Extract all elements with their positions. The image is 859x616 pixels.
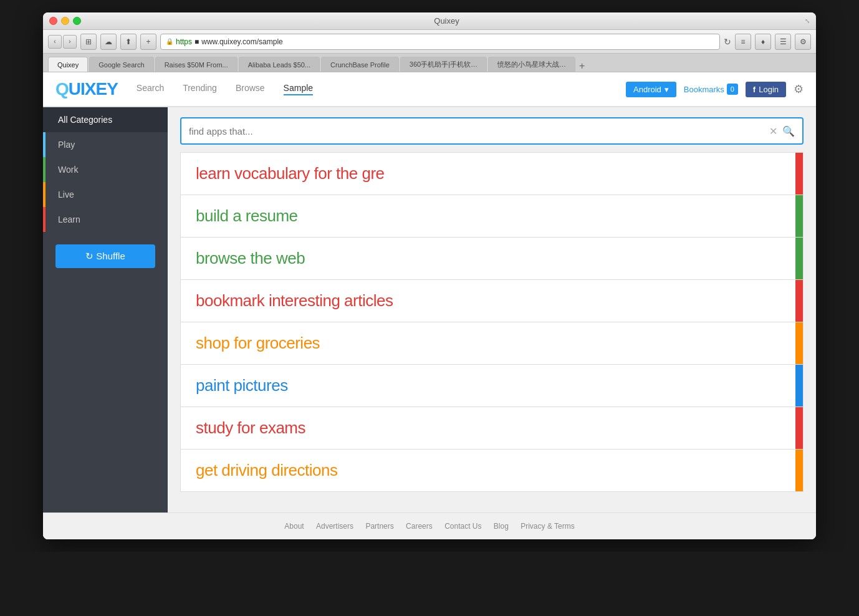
menu-button[interactable]: ☰ [775,34,791,50]
suggestion-text: paint pictures [196,376,288,395]
footer-partners[interactable]: Partners [365,522,393,531]
bookmarks-button[interactable]: Bookmarks 0 [684,84,738,95]
refresh-button[interactable]: ↻ [724,37,731,47]
url-text: www.quixey.com/sample [201,37,283,46]
footer-about[interactable]: About [284,522,304,531]
search-container: ✕ 🔍 [180,117,804,145]
category-bar [795,153,803,195]
bookmarks-count: 0 [727,84,738,95]
suggestion-bookmark-articles[interactable]: bookmark interesting articles [180,280,804,322]
quixey-logo: QUIXEY [55,79,118,99]
nav-sample[interactable]: Sample [284,83,313,95]
resize-icon[interactable]: ⤡ [805,17,810,24]
back-button[interactable]: ‹ [48,35,62,49]
traffic-lights [49,17,81,25]
window-title: Quixey [89,16,805,26]
tab-crunchbase[interactable]: CrunchBase Profile [321,57,399,72]
maximize-button[interactable] [73,17,81,25]
content-area: ✕ 🔍 learn vocabulary for the gre build a… [168,107,816,513]
title-bar: Quixey ⤡ [43,12,816,30]
tab-label: 360手机助手|手机软… [410,60,477,69]
category-bar [795,407,803,449]
footer-contact[interactable]: Contact Us [444,522,481,531]
sidebar-item-live[interactable]: Live [43,182,168,207]
footer-careers[interactable]: Careers [406,522,433,531]
shuffle-label: Shuffle [96,251,125,261]
tab-label: Raises $50M From... [165,61,228,69]
tab-alibaba[interactable]: Alibaba Leads $50... [239,57,320,72]
lock-icon: 🔒 [166,38,173,45]
fb-login-button[interactable]: f Login [746,82,786,97]
suggestion-driving-directions[interactable]: get driving directions [180,450,804,492]
sidebar: All Categories Play Work Live Learn ↻ Sh… [43,107,168,513]
tab-360[interactable]: 360手机助手|手机软… [400,57,487,72]
suggestion-text: bookmark interesting articles [196,291,393,310]
category-bar [795,450,803,491]
reader-button[interactable]: ≡ [735,34,751,50]
search-bar: ✕ 🔍 [180,117,804,145]
address-bar[interactable]: 🔒 https ■ www.quixey.com/sample [160,34,720,50]
suggestion-build-resume[interactable]: build a resume [180,195,804,238]
tab-label: Quixey [57,61,79,69]
sidebar-label: Learn [58,214,80,224]
bookmarks-label: Bookmarks [684,85,724,94]
tab-angry-birds[interactable]: 愤怒的小鸟星球大战… [488,57,575,72]
logo-q: Q [55,79,69,99]
quixey-nav: QUIXEY Search Trending Browse Sample And… [43,72,816,107]
suggestion-learn-vocabulary[interactable]: learn vocabulary for the gre [180,152,804,195]
nav-browse[interactable]: Browse [236,83,265,95]
tab-quixey[interactable]: Quixey [48,57,88,72]
toolbar: ‹ › ⊞ ☁ ⬆ + 🔒 https ■ www.quixey.com/sam… [43,30,816,54]
sidebar-item-learn[interactable]: Learn [43,207,168,232]
tab-label: CrunchBase Profile [330,61,390,69]
settings-gear-button[interactable]: ⚙ [794,82,804,96]
nav-links: Search Trending Browse Sample [137,83,313,95]
shuffle-button[interactable]: ↻ Shuffle [55,244,155,268]
sidebar-item-work[interactable]: Work [43,157,168,182]
nav-trending[interactable]: Trending [183,83,217,95]
nav-search[interactable]: Search [137,83,164,95]
settings-button[interactable]: ⚙ [795,34,811,50]
search-input[interactable] [189,126,764,137]
minimize-button[interactable] [61,17,69,25]
cloud-button[interactable]: ☁ [100,34,117,50]
suggestion-paint-pictures[interactable]: paint pictures [180,365,804,407]
logo-text: UIXEY [69,79,118,99]
share-button[interactable]: ⬆ [120,34,137,50]
android-button[interactable]: Android ▾ [626,82,676,97]
suggestion-text: study for exams [196,418,305,438]
category-bar [795,195,803,237]
tab-raises[interactable]: Raises $50M From... [155,57,238,72]
footer: About Advertisers Partners Careers Conta… [43,513,816,539]
footer-privacy[interactable]: Privacy & Terms [521,522,574,531]
android-chevron: ▾ [665,85,669,94]
suggestion-study-exams[interactable]: study for exams [180,407,804,450]
footer-blog[interactable]: Blog [494,522,509,531]
suggestion-shop-groceries[interactable]: shop for groceries [180,322,804,365]
forward-button[interactable]: › [63,35,77,49]
add-tab-button[interactable]: + [140,34,156,50]
sidebar-label: Live [58,190,74,200]
page-content: QUIXEY Search Trending Browse Sample And… [43,72,816,539]
category-bar [795,280,803,322]
tab-google[interactable]: Google Search [89,57,153,72]
tab-label: 愤怒的小鸟星球大战… [497,60,566,69]
sidebar-item-all-categories[interactable]: All Categories [43,107,168,132]
protocol-label: https [176,37,192,46]
nav-buttons: ‹ › [48,35,77,49]
main-layout: All Categories Play Work Live Learn ↻ Sh… [43,107,816,513]
search-icon[interactable]: 🔍 [782,125,795,137]
suggestion-text: build a resume [196,206,298,226]
bookmark-toolbar-button[interactable]: ♦ [755,34,771,50]
grid-button[interactable]: ⊞ [80,34,97,50]
suggestion-text: shop for groceries [196,334,320,353]
new-tab-button[interactable]: + [579,60,585,72]
suggestion-browse-web[interactable]: browse the web [180,238,804,280]
close-button[interactable] [49,17,57,25]
shuffle-icon: ↻ [85,251,94,261]
footer-advertisers[interactable]: Advertisers [316,522,353,531]
address-separator: ■ [194,37,199,46]
clear-icon[interactable]: ✕ [769,125,777,137]
fb-icon: f [753,85,756,94]
sidebar-item-play[interactable]: Play [43,132,168,157]
